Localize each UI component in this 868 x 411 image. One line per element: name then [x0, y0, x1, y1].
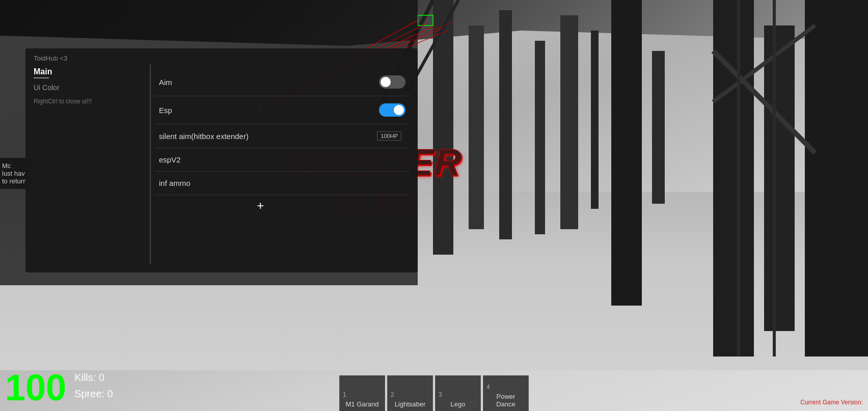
toggle-knob-aim: [381, 77, 391, 87]
hp-badge: 100HP: [377, 131, 401, 141]
spree-label: Spree: 0: [74, 386, 113, 402]
nav-item-ui-color[interactable]: Ui Color: [34, 81, 146, 94]
feature-row-inf-ammo: inf ammo: [155, 172, 410, 195]
toggle-esp[interactable]: [379, 103, 405, 117]
feature-label-silent-aim: silent aim(hitbox extender): [159, 132, 249, 141]
slot-name-4: Power Dance: [486, 393, 525, 408]
msg-line1: Mc: [2, 162, 29, 170]
slot-number-2: 2: [391, 391, 394, 398]
feature-row-aim: Aim: [155, 68, 410, 96]
stats-block: Kills: 0 Spree: 0: [74, 369, 113, 406]
msg-line2: lust hav: [2, 170, 29, 177]
feature-label-esp: Esp: [159, 106, 172, 115]
nav-hint: RightCtrl to close ui!!!: [34, 94, 146, 107]
feature-label-aim: Aim: [159, 78, 172, 87]
weapon-slot-1[interactable]: 1 M1 Garand: [339, 375, 385, 411]
slot-number-1: 1: [343, 391, 346, 398]
weapon-slot-3[interactable]: 3 Lego: [435, 375, 481, 411]
panel-scrollbar: [150, 64, 151, 264]
toggle-knob-esp: [394, 105, 404, 115]
bottom-hud: 100 Kills: 0 Spree: 0 1 M1 Garand 2 Ligh…: [0, 370, 868, 411]
weapon-slot-2[interactable]: 2 Lightsaber: [387, 375, 433, 411]
weapon-slot-4[interactable]: 4 Power Dance: [483, 375, 529, 411]
health-number: 100: [5, 369, 66, 406]
panel-features-list: Aim Esp silent aim(hitbox extender) 100H…: [155, 64, 410, 264]
panel-title: ToidHub <3: [25, 48, 418, 64]
slot-name-3: Lego: [451, 400, 466, 408]
feature-row-espv2: espV2: [155, 148, 410, 172]
feature-label-espv2: espV2: [159, 155, 181, 164]
kills-label: Kills: 0: [74, 369, 113, 386]
slot-name-2: Lightsaber: [395, 400, 426, 408]
health-display: 100 Kills: 0 Spree: 0: [5, 369, 113, 406]
slot-number-3: 3: [439, 391, 442, 398]
slot-name-1: M1 Garand: [345, 400, 378, 408]
panel-navigation: Main Ui Color RightCtrl to close ui!!!: [34, 64, 146, 264]
feature-row-silent-aim: silent aim(hitbox extender) 100HP: [155, 124, 410, 148]
feature-label-inf-ammo: inf ammo: [159, 179, 191, 187]
slot-number-4: 4: [486, 383, 490, 391]
weapon-slots: 1 M1 Garand 2 Lightsaber 3 Lego 4 Power …: [339, 375, 529, 411]
msg-line3: to return: [2, 177, 29, 185]
toggle-aim[interactable]: [379, 75, 405, 89]
feature-row-esp: Esp: [155, 96, 410, 124]
nav-item-main[interactable]: Main: [34, 64, 146, 81]
cheat-panel: ToidHub <3 Main Ui Color RightCtrl to cl…: [25, 48, 418, 272]
